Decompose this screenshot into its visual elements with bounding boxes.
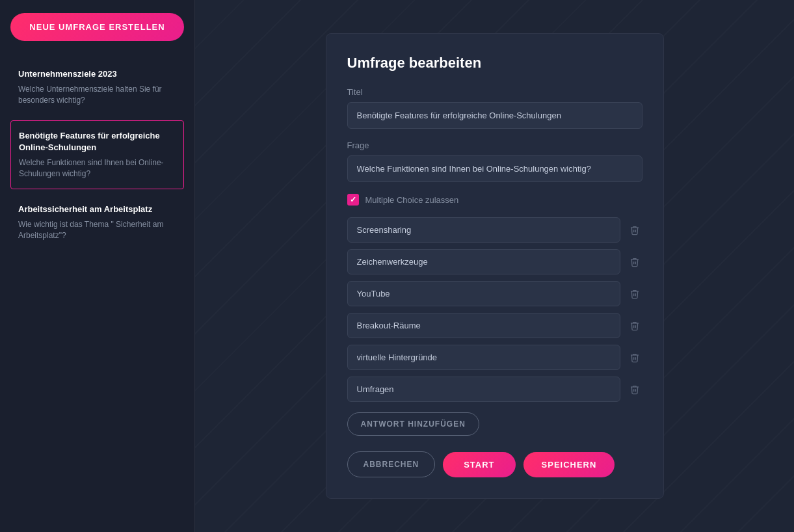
answer-input-5[interactable] [347,345,620,370]
survey-item-title: Benötigte Features für erfolgreiche Onli… [19,130,176,153]
survey-item-title: Arbeitssicherheit am Arbeitsplatz [18,204,176,215]
title-input[interactable] [347,102,642,129]
delete-answer-3-button[interactable] [627,286,642,302]
title-group: Titel [347,87,642,129]
cancel-button[interactable]: ABBRECHEN [347,451,436,477]
multiple-choice-label: Multiple Choice zulassen [365,195,459,205]
answer-list [347,217,642,402]
answer-row [347,217,642,243]
answer-row [347,249,642,274]
answer-input-6[interactable] [347,377,620,402]
trash-icon [629,289,640,299]
trash-icon [629,225,640,235]
survey-list: Unternehmensziele 2023 Welche Unternehme… [10,59,184,256]
question-group: Frage [347,140,642,182]
answer-input-1[interactable] [347,217,620,243]
delete-answer-6-button[interactable] [627,382,642,397]
survey-item-subtitle: Welche Funktionen sind Ihnen bei Online-… [19,157,176,180]
multiple-choice-checkbox[interactable] [347,194,359,206]
delete-answer-2-button[interactable] [627,254,642,270]
multiple-choice-row[interactable]: Multiple Choice zulassen [347,194,642,206]
answer-input-2[interactable] [347,249,620,274]
trash-icon [629,352,640,363]
add-answer-button[interactable]: ANTWORT HINZUFÜGEN [347,412,479,436]
survey-item-subtitle: Wie wichtig ist das Thema " Sicherheit a… [18,219,176,241]
main-content: Umfrage bearbeiten Titel Frage Multiple … [195,0,794,532]
answer-input-3[interactable] [347,281,620,306]
sidebar: NEUE UMFRAGE ERSTELLEN Unternehmensziele… [0,0,195,532]
answer-row [347,377,642,402]
survey-item-active[interactable]: Benötigte Features für erfolgreiche Onli… [10,120,184,189]
trash-icon [629,321,640,331]
delete-answer-1-button[interactable] [627,222,642,238]
start-button[interactable]: START [443,452,515,477]
title-label: Titel [347,87,642,97]
delete-answer-5-button[interactable] [627,350,642,366]
question-label: Frage [347,140,642,150]
trash-icon [629,384,640,395]
delete-answer-4-button[interactable] [627,318,642,334]
answer-row [347,281,642,306]
survey-item-subtitle: Welche Unternehmensziele halten Sie für … [18,84,176,106]
survey-item[interactable]: Unternehmensziele 2023 Welche Unternehme… [10,59,184,115]
survey-item-title: Unternehmensziele 2023 [18,68,176,80]
save-button[interactable]: SPEICHERN [523,452,615,477]
trash-icon [629,257,640,267]
answer-row [347,345,642,370]
new-survey-button[interactable]: NEUE UMFRAGE ERSTELLEN [10,13,184,41]
answer-input-4[interactable] [347,313,620,338]
action-buttons: ABBRECHEN START SPEICHERN [347,451,642,477]
edit-panel: Umfrage bearbeiten Titel Frage Multiple … [326,33,664,499]
edit-panel-heading: Umfrage bearbeiten [347,55,642,72]
question-input[interactable] [347,155,642,182]
survey-item[interactable]: Arbeitssicherheit am Arbeitsplatz Wie wi… [10,194,184,250]
answer-row [347,313,642,338]
